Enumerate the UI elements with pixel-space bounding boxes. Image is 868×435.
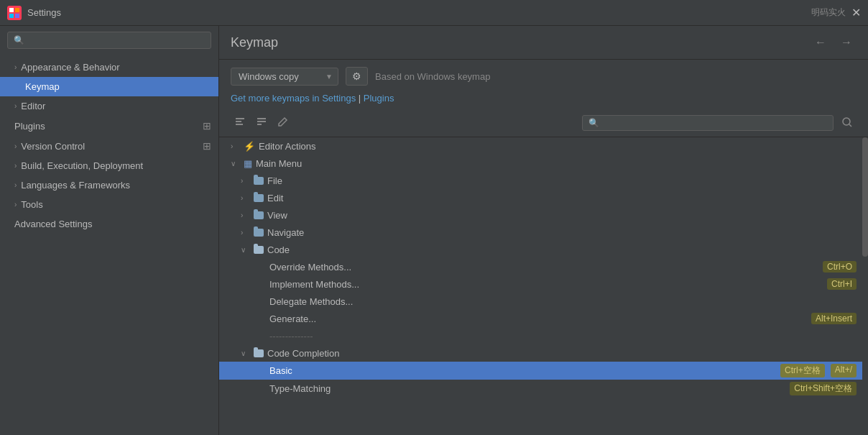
shortcut-badge: Ctrl+Shift+空格 bbox=[790, 382, 857, 395]
keymap-links: Get more keymaps in Settings | Plugins bbox=[219, 93, 868, 109]
tree-item-navigate[interactable]: › Navigate bbox=[219, 224, 868, 241]
tree-toolbar bbox=[219, 109, 868, 137]
sidebar-items: › Appearance & Behavior Keymap › Editor … bbox=[0, 55, 218, 435]
scrollbar-thumb[interactable] bbox=[862, 137, 868, 257]
close-button[interactable]: ✕ bbox=[851, 6, 861, 19]
forward-button[interactable]: → bbox=[836, 35, 857, 50]
svg-rect-1 bbox=[9, 8, 14, 12]
tree-item-label: Generate... bbox=[269, 313, 808, 324]
keymap-select-wrapper: Windows copy bbox=[231, 68, 338, 86]
svg-rect-6 bbox=[236, 121, 241, 122]
tree-item-code-completion[interactable]: ∨ Code Completion bbox=[219, 344, 868, 362]
folder-icon bbox=[254, 177, 264, 185]
tree-item-type-matching[interactable]: Type-Matching Ctrl+Shift+空格 bbox=[219, 380, 868, 398]
svg-rect-2 bbox=[15, 8, 19, 12]
chevron-right-icon: › bbox=[241, 211, 251, 219]
tree-item-label: Type-Matching bbox=[269, 383, 787, 394]
right-panel: Keymap ← → Windows copy ⚙ Based on Windo… bbox=[219, 26, 868, 435]
sidebar: › Appearance & Behavior Keymap › Editor … bbox=[0, 26, 219, 435]
sidebar-item-keymap[interactable]: Keymap bbox=[0, 77, 218, 96]
sidebar-item-label: Editor bbox=[21, 101, 45, 111]
tree-item-view[interactable]: › View bbox=[219, 206, 868, 224]
chevron-right-icon: › bbox=[241, 177, 251, 185]
collapse-all-button[interactable] bbox=[231, 114, 249, 132]
keymap-controls: Windows copy ⚙ Based on Windows keymap bbox=[219, 60, 868, 93]
chevron-right-icon: › bbox=[241, 194, 251, 202]
find-actions-button[interactable] bbox=[836, 114, 857, 132]
tree-item-code[interactable]: ∨ Code bbox=[219, 241, 868, 258]
main-content: › Appearance & Behavior Keymap › Editor … bbox=[0, 26, 868, 435]
tree-item-label: Main Menu bbox=[256, 158, 857, 169]
tree-item-label: Implement Methods... bbox=[269, 279, 824, 290]
tree-search-input[interactable] bbox=[582, 115, 834, 131]
folder-icon bbox=[254, 211, 264, 219]
sidebar-item-plugins[interactable]: Plugins ⊞ bbox=[0, 116, 218, 136]
tree-item-override-methods[interactable]: Override Methods... Ctrl+O bbox=[219, 258, 868, 275]
editor-actions-icon: ⚡ bbox=[244, 141, 255, 152]
keymap-description: Based on Windows keymap bbox=[375, 71, 490, 82]
expand-all-icon bbox=[256, 116, 267, 127]
plugins-badge: ⊞ bbox=[203, 120, 211, 132]
tree-item-implement-methods[interactable]: Implement Methods... Ctrl+I bbox=[219, 275, 868, 293]
tree-item-editor-actions[interactable]: › ⚡ Editor Actions bbox=[219, 137, 868, 155]
folder-open-icon bbox=[254, 349, 264, 357]
folder-icon bbox=[254, 194, 264, 202]
svg-line-12 bbox=[849, 124, 851, 127]
separator-line: -------------- bbox=[269, 331, 857, 342]
scrollbar-track bbox=[862, 137, 868, 435]
sidebar-item-label: Tools bbox=[21, 199, 42, 210]
tree-item-generate[interactable]: Generate... Alt+Insert bbox=[219, 310, 868, 327]
tree-item-basic[interactable]: Basic Ctrl+空格 Alt+/ bbox=[219, 362, 868, 380]
shortcut-group: Ctrl+空格 Alt+/ bbox=[777, 364, 857, 377]
tree-container: › ⚡ Editor Actions ∨ ▦ Main Menu › File … bbox=[219, 137, 868, 435]
chevron-down-icon: ∨ bbox=[231, 160, 241, 168]
chevron-right-icon: › bbox=[14, 63, 17, 71]
sidebar-item-build[interactable]: › Build, Execution, Deployment bbox=[0, 156, 218, 175]
chevron-down-icon: ∨ bbox=[241, 349, 251, 357]
edit-shortcut-button[interactable] bbox=[274, 114, 292, 132]
collapse-all-icon bbox=[234, 116, 246, 127]
sidebar-item-vcs[interactable]: › Version Control ⊞ bbox=[0, 136, 218, 156]
keymap-title: Keymap bbox=[231, 35, 278, 50]
tree-item-label: Code bbox=[267, 244, 857, 255]
sidebar-item-tools[interactable]: › Tools bbox=[0, 195, 218, 214]
folder-open-icon bbox=[254, 246, 264, 254]
svg-rect-9 bbox=[257, 121, 266, 122]
tree-item-label: View bbox=[267, 210, 857, 221]
tree-item-edit[interactable]: › Edit bbox=[219, 189, 868, 206]
back-button[interactable]: ← bbox=[811, 35, 831, 50]
sidebar-item-label: Version Control bbox=[21, 141, 85, 152]
shortcut-badge-1: Ctrl+空格 bbox=[780, 364, 825, 377]
sidebar-item-languages[interactable]: › Languages & Frameworks bbox=[0, 175, 218, 195]
svg-rect-10 bbox=[257, 124, 262, 125]
tree-item-label: Delegate Methods... bbox=[269, 296, 857, 307]
svg-rect-8 bbox=[257, 118, 266, 119]
titlebar: Settings 明码实火 ✕ bbox=[0, 0, 868, 26]
plugins-link[interactable]: Plugins bbox=[364, 93, 394, 104]
tree-item-delegate-methods[interactable]: Delegate Methods... bbox=[219, 293, 868, 310]
keymap-settings-button[interactable]: ⚙ bbox=[346, 67, 368, 86]
sidebar-item-label: Appearance & Behavior bbox=[21, 62, 119, 73]
tree-item-main-menu[interactable]: ∨ ▦ Main Menu bbox=[219, 155, 868, 172]
watermark: 明码实火 bbox=[811, 6, 846, 19]
chevron-right-icon: › bbox=[14, 142, 17, 150]
sidebar-item-appearance[interactable]: › Appearance & Behavior bbox=[0, 58, 218, 77]
sidebar-item-label: Plugins bbox=[14, 121, 45, 132]
tree-item-file[interactable]: › File bbox=[219, 172, 868, 189]
sidebar-item-label: Build, Execution, Deployment bbox=[21, 160, 143, 171]
shortcut-badge: Ctrl+O bbox=[823, 261, 857, 273]
shortcut-badge: Ctrl+I bbox=[827, 278, 857, 290]
svg-rect-4 bbox=[15, 14, 19, 18]
sidebar-item-advanced[interactable]: Advanced Settings bbox=[0, 214, 218, 234]
keymap-preset-select[interactable]: Windows copy bbox=[231, 68, 338, 86]
sidebar-item-label: Languages & Frameworks bbox=[21, 180, 130, 191]
chevron-right-icon: › bbox=[14, 201, 17, 209]
sidebar-item-editor[interactable]: › Editor bbox=[0, 96, 218, 116]
get-keymaps-link[interactable]: Get more keymaps in Settings bbox=[231, 93, 356, 104]
tree-item-label: Edit bbox=[267, 193, 857, 203]
shortcut-badge-2: Alt+/ bbox=[831, 364, 857, 377]
sidebar-search-input[interactable] bbox=[7, 32, 211, 49]
sidebar-search-wrapper bbox=[0, 26, 218, 55]
expand-all-button[interactable] bbox=[252, 114, 271, 132]
chevron-right-icon: › bbox=[241, 229, 251, 237]
